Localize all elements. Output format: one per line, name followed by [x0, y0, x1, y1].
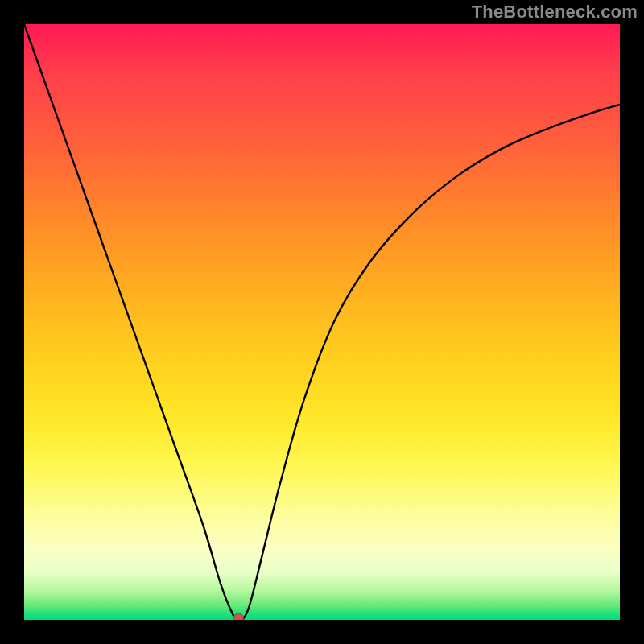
chart-container: TheBottleneck.com	[0, 0, 644, 644]
plot-area	[24, 24, 620, 620]
curve-minimum-dot	[233, 613, 243, 620]
curve-layer	[24, 24, 620, 620]
bottleneck-curve	[24, 24, 620, 620]
watermark-text: TheBottleneck.com	[472, 2, 638, 23]
